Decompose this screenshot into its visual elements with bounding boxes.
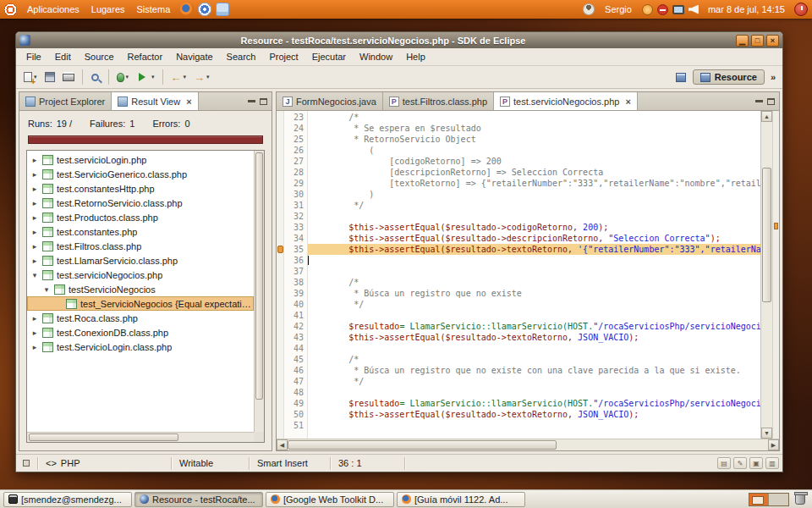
- expander-icon[interactable]: ▸: [30, 170, 39, 179]
- menu-search[interactable]: Search: [220, 49, 263, 64]
- open-perspective-button[interactable]: [672, 68, 689, 86]
- editor-tab[interactable]: Ptest.Filtros.class.php: [383, 92, 494, 110]
- editor-vertical-scrollbar[interactable]: ▲ ▼: [760, 111, 772, 439]
- scrollbar-track[interactable]: [288, 439, 768, 450]
- tree-item[interactable]: test_ServicioNegocios {Equal expectation…: [27, 296, 254, 311]
- volume-icon[interactable]: [689, 5, 699, 14]
- expander-icon[interactable]: ▸: [30, 185, 39, 193]
- print-button[interactable]: [59, 68, 78, 86]
- tree-horizontal-scrollbar[interactable]: [27, 432, 254, 442]
- tree-item[interactable]: ▸test.RetornoServicio.class.php: [27, 196, 254, 210]
- scroll-right-icon[interactable]: ▶: [768, 439, 779, 450]
- taskbar-item[interactable]: [Guía móvil 1122. Ad...: [397, 492, 525, 507]
- ubuntu-logo-icon[interactable]: [4, 3, 17, 16]
- menu-project[interactable]: Project: [262, 49, 304, 64]
- scroll-left-icon[interactable]: ◀: [277, 439, 288, 450]
- clock[interactable]: mar 8 de jul, 14:15: [703, 4, 790, 14]
- keyring-icon[interactable]: [642, 4, 653, 15]
- save-button[interactable]: [41, 68, 58, 86]
- notes-launcher-icon[interactable]: [216, 3, 229, 16]
- panel-menu-aplicaciones[interactable]: Aplicaciones: [21, 2, 85, 17]
- statusbar-icon[interactable]: ▥: [765, 457, 779, 469]
- workspace-1[interactable]: [749, 494, 769, 505]
- menu-navigate[interactable]: Navigate: [169, 49, 219, 64]
- statusbar-icon[interactable]: ▤: [717, 457, 731, 469]
- update-notifier-icon[interactable]: [657, 4, 668, 15]
- new-wizard-button[interactable]: ▾: [20, 68, 41, 86]
- scrollbar-thumb[interactable]: [762, 168, 771, 302]
- view-tab-project-explorer[interactable]: Project Explorer: [19, 92, 112, 110]
- expander-icon[interactable]: ▸: [30, 314, 39, 323]
- tree-item[interactable]: ▸test.Filtros.class.php: [27, 239, 254, 253]
- menu-file[interactable]: File: [19, 49, 48, 64]
- overflow-chevron-icon[interactable]: »: [768, 72, 778, 82]
- overview-ruler[interactable]: [772, 111, 779, 439]
- scroll-down-icon[interactable]: ▼: [761, 428, 772, 439]
- panel-menu-sistema[interactable]: Sistema: [131, 2, 177, 17]
- expander-icon[interactable]: ▸: [30, 199, 39, 207]
- expander-icon[interactable]: ▾: [30, 271, 39, 279]
- tree-item[interactable]: ▸test.LlamarServicio.class.php: [27, 253, 254, 268]
- menu-ejecutar[interactable]: Ejecutar: [305, 49, 353, 64]
- user-switcher[interactable]: Sergio: [599, 2, 638, 17]
- display-icon[interactable]: [672, 5, 684, 14]
- expander-icon[interactable]: ▸: [30, 257, 39, 265]
- menu-edit[interactable]: Edit: [48, 49, 78, 64]
- minimize-button[interactable]: ▁: [736, 35, 749, 47]
- code-editor[interactable]: /* * Se espera en $resultado * RetornoSe…: [308, 111, 760, 439]
- tree-item[interactable]: ▸test.servicioLogin.php: [27, 152, 254, 167]
- debug-button[interactable]: ▾: [113, 68, 133, 86]
- tree-vertical-scrollbar[interactable]: [254, 151, 264, 432]
- titlebar[interactable]: Resource - testRoca/test.servicioNegocio…: [16, 32, 782, 48]
- trash-icon[interactable]: [795, 494, 805, 505]
- tree-item[interactable]: ▸test.ConexionDB.class.php: [27, 325, 254, 340]
- close-editor-tab-icon[interactable]: ×: [623, 97, 630, 107]
- expander-icon[interactable]: ▸: [30, 242, 39, 251]
- scrollbar-thumb[interactable]: [288, 440, 557, 450]
- help-launcher-icon[interactable]: [198, 3, 211, 16]
- taskbar-item[interactable]: [smendez@smendezg...: [3, 492, 132, 507]
- tree-item[interactable]: ▸test.ServicioLogin.class.php: [27, 340, 254, 354]
- close-view-icon[interactable]: ×: [184, 97, 191, 107]
- menu-help[interactable]: Help: [399, 49, 432, 64]
- maximize-button[interactable]: □: [751, 35, 764, 47]
- panel-menu-lugares[interactable]: Lugares: [85, 2, 131, 17]
- statusbar-icon[interactable]: ▣: [749, 457, 763, 469]
- perspective-resource-button[interactable]: Resource: [693, 69, 765, 85]
- shutdown-button[interactable]: [794, 3, 808, 16]
- expander-icon[interactable]: ▸: [30, 343, 39, 351]
- failure-marker[interactable]: [277, 246, 283, 253]
- expander-icon[interactable]: ▸: [30, 228, 39, 236]
- scrollbar-thumb[interactable]: [255, 152, 263, 400]
- workspace-2[interactable]: [769, 494, 788, 505]
- expander-icon[interactable]: ▸: [30, 213, 39, 222]
- workspace-switcher[interactable]: [749, 493, 789, 506]
- overview-failure-marker[interactable]: [774, 223, 778, 229]
- expander-icon[interactable]: ▾: [42, 285, 51, 294]
- tree-item[interactable]: ▸test.ServicioGenerico.class.php: [27, 167, 254, 181]
- expander-icon[interactable]: ▸: [30, 156, 39, 164]
- scrollbar-thumb[interactable]: [29, 433, 178, 441]
- trim-handle[interactable]: [19, 457, 38, 470]
- tree-item[interactable]: ▸test.constantesHttp.php: [27, 181, 254, 196]
- tree-item[interactable]: ▾test.servicioNegocios.php: [27, 268, 254, 282]
- run-button[interactable]: ▾: [133, 68, 158, 86]
- scrollbar-track[interactable]: [761, 122, 772, 428]
- minimize-view-icon[interactable]: [248, 100, 255, 102]
- back-button[interactable]: ←▾: [167, 68, 190, 86]
- view-tab-result-view[interactable]: Result View×: [112, 92, 198, 110]
- editor-tab[interactable]: Ptest.servicioNegocios.php×: [494, 92, 638, 110]
- taskbar-item[interactable]: [Google Web Toolkit D...: [266, 492, 394, 507]
- taskbar-item[interactable]: Resource - testRoca/te...: [134, 492, 263, 507]
- menu-window[interactable]: Window: [353, 49, 399, 64]
- tree-item[interactable]: ▸test.constantes.php: [27, 224, 254, 239]
- editor-horizontal-scrollbar[interactable]: ◀ ▶: [277, 439, 779, 450]
- maximize-view-icon[interactable]: [260, 98, 267, 105]
- menu-source[interactable]: Source: [78, 49, 121, 64]
- statusbar-icon[interactable]: ✎: [733, 457, 747, 469]
- menu-refactor[interactable]: Refactor: [121, 49, 170, 64]
- scroll-up-icon[interactable]: ▲: [761, 111, 772, 122]
- tree-item[interactable]: ▸test.Productos.class.php: [27, 210, 254, 224]
- forward-button[interactable]: →▾: [190, 68, 213, 86]
- minimize-view-icon[interactable]: [755, 100, 763, 102]
